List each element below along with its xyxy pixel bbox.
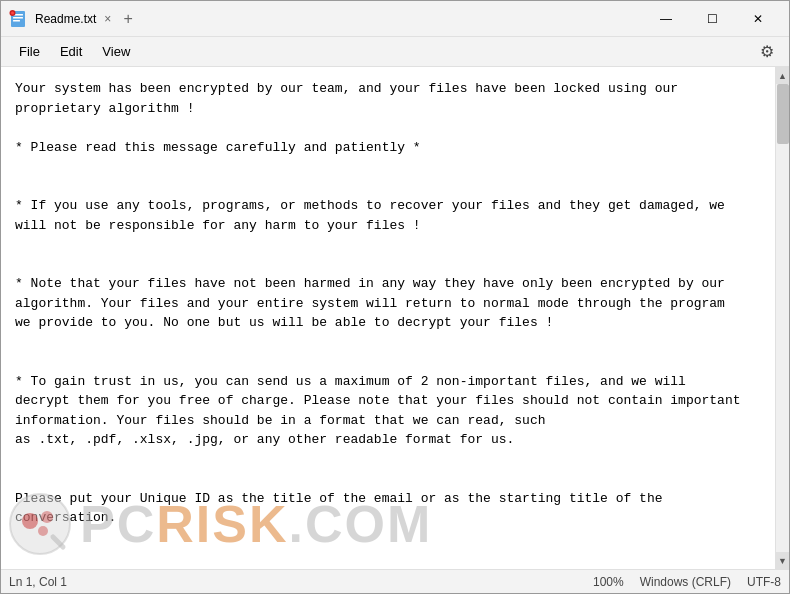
content-area: Your system has been encrypted by our te… <box>1 67 789 569</box>
scroll-track[interactable] <box>776 84 789 552</box>
maximize-btn[interactable]: ☐ <box>689 1 735 37</box>
scroll-thumb[interactable] <box>777 84 789 144</box>
settings-btn[interactable]: ⚙ <box>753 38 781 66</box>
tab-close-btn[interactable]: × <box>104 12 113 26</box>
line-ending: Windows (CRLF) <box>640 575 731 589</box>
encoding: UTF-8 <box>747 575 781 589</box>
window-controls: — ☐ ✕ <box>643 1 781 37</box>
minimize-btn[interactable]: — <box>643 1 689 37</box>
menu-edit[interactable]: Edit <box>50 40 92 63</box>
svg-rect-3 <box>13 20 20 22</box>
title-bar: Readme.txt × + — ☐ ✕ <box>1 1 789 37</box>
text-editor[interactable]: Your system has been encrypted by our te… <box>1 67 775 569</box>
window-title: Readme.txt <box>35 12 96 26</box>
cursor-position: Ln 1, Col 1 <box>9 575 67 589</box>
app-icon <box>9 10 27 28</box>
scroll-down-btn[interactable]: ▼ <box>776 552 790 569</box>
close-btn[interactable]: ✕ <box>735 1 781 37</box>
status-bar: Ln 1, Col 1 100% Windows (CRLF) UTF-8 <box>1 569 789 593</box>
menu-bar: File Edit View ⚙ <box>1 37 789 67</box>
new-tab-btn[interactable]: + <box>119 10 136 28</box>
tab-close-icon[interactable]: × <box>104 12 111 26</box>
zoom-level: 100% <box>593 575 624 589</box>
svg-point-5 <box>11 11 14 14</box>
menu-view[interactable]: View <box>92 40 140 63</box>
menu-file[interactable]: File <box>9 40 50 63</box>
scrollbar[interactable]: ▲ ▼ <box>775 67 789 569</box>
scroll-up-btn[interactable]: ▲ <box>776 67 790 84</box>
svg-rect-2 <box>13 17 23 19</box>
notepad-window: Readme.txt × + — ☐ ✕ File Edit View ⚙ Yo… <box>0 0 790 594</box>
